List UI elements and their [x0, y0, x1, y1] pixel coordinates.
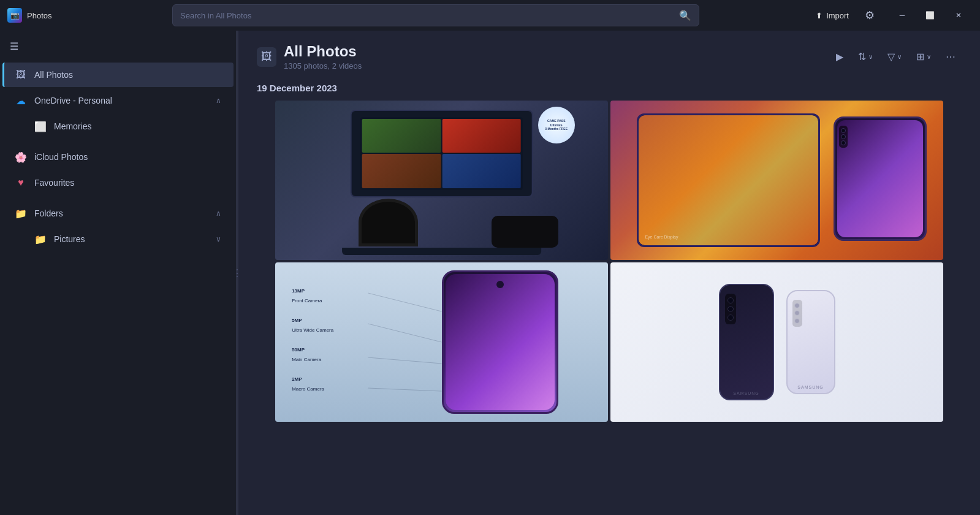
content-toolbar: ▶ ⇅ ∨ ▽ ∨ ⊞ ∨ ⋯ — [830, 47, 962, 66]
app-icon: 📷 — [7, 8, 22, 23]
filter-button[interactable]: ▽ ∨ — [881, 47, 908, 66]
main-layout: ☰ 🖼 All Photos ☁ OneDrive - Personal ∧ ⬜… — [0, 31, 980, 515]
content-area: 🖼 All Photos 1305 photos, 2 videos ▶ ⇅ ∨… — [238, 31, 980, 515]
photo-item-1[interactable]: GAME PASSUltimate3 Months FREE — [275, 101, 608, 260]
sidebar-item-label: Pictures — [54, 234, 85, 244]
close-button[interactable]: ✕ — [944, 6, 973, 25]
filter-icon: ▽ — [887, 51, 895, 63]
all-photos-icon: 🖼 — [15, 69, 27, 81]
view-button[interactable]: ⊞ ∨ — [910, 47, 937, 66]
sidebar-item-onedrive[interactable]: ☁ OneDrive - Personal ∧ — [2, 88, 234, 113]
hamburger-button[interactable]: ☰ — [0, 36, 236, 57]
import-icon: ⬆ — [816, 11, 822, 20]
maximize-button[interactable]: ⬜ — [916, 6, 944, 25]
pictures-icon: 📁 — [34, 233, 47, 245]
photo-count: 1305 photos, 2 videos — [284, 61, 362, 71]
content-title-area: 🖼 All Photos 1305 photos, 2 videos — [257, 43, 362, 71]
photo-placeholder-1: GAME PASSUltimate3 Months FREE — [275, 101, 608, 260]
import-button[interactable]: ⬆ Import — [808, 7, 856, 24]
svg-line-0 — [368, 293, 442, 311]
chevron-down-icon: ∨ — [216, 235, 221, 243]
svg-line-3 — [368, 388, 442, 391]
import-label: Import — [826, 11, 849, 20]
more-button[interactable]: ⋯ — [940, 47, 962, 66]
icloud-icon: 🌸 — [15, 151, 27, 163]
filter-chevron-icon: ∨ — [897, 53, 902, 60]
chevron-up-icon: ∧ — [216, 96, 221, 105]
sidebar-item-folders[interactable]: 📁 Folders ∧ — [2, 201, 234, 226]
sidebar-item-label: Favourites — [34, 178, 74, 188]
chevron-up-icon: ∧ — [216, 209, 221, 218]
section-divider-2 — [0, 196, 236, 200]
folders-icon: 📁 — [15, 207, 27, 219]
sidebar-item-favourites[interactable]: ♥ Favourites — [2, 170, 234, 195]
svg-line-2 — [368, 357, 442, 364]
photo-placeholder-3: 13MP Front Camera 5MP Ultra Wide Camera … — [275, 262, 608, 422]
section-divider-1 — [0, 139, 236, 144]
content-title-block: All Photos 1305 photos, 2 videos — [284, 43, 362, 71]
sidebar-item-memories[interactable]: ⬜ Memories — [2, 114, 234, 139]
app-identity: 📷 Photos — [7, 8, 118, 23]
photo-placeholder-4: SAMSUNG SAMSUNG — [610, 262, 943, 422]
memories-icon: ⬜ — [34, 120, 47, 132]
more-icon: ⋯ — [946, 51, 955, 63]
slideshow-icon: ▶ — [836, 51, 843, 63]
favorites-icon: ♥ — [15, 177, 27, 189]
minimize-button[interactable]: ─ — [888, 6, 916, 25]
photo-item-2[interactable]: Eye Care Display — [610, 101, 943, 260]
sidebar: ☰ 🖼 All Photos ☁ OneDrive - Personal ∧ ⬜… — [0, 31, 236, 515]
sidebar-item-all-photos[interactable]: 🖼 All Photos — [2, 63, 234, 87]
hamburger-icon: ☰ — [10, 40, 18, 52]
content-area-icon: 🖼 — [257, 47, 276, 67]
view-chevron-icon: ∨ — [927, 53, 931, 60]
sidebar-item-label: OneDrive - Personal — [34, 96, 112, 105]
sidebar-item-label: Folders — [34, 208, 63, 218]
sidebar-item-label: iCloud Photos — [34, 152, 88, 162]
sidebar-item-pictures[interactable]: 📁 Pictures ∨ — [2, 227, 234, 251]
sort-chevron-icon: ∨ — [868, 53, 873, 60]
photo-item-3[interactable]: 13MP Front Camera 5MP Ultra Wide Camera … — [275, 262, 608, 422]
slideshow-button[interactable]: ▶ — [830, 47, 849, 66]
sidebar-item-icloud[interactable]: 🌸 iCloud Photos — [2, 145, 234, 169]
sidebar-item-label: All Photos — [34, 70, 73, 80]
view-icon: ⊞ — [916, 51, 924, 63]
photo-grid: GAME PASSUltimate3 Months FREE Eye Care … — [257, 101, 962, 422]
app-title: Photos — [27, 11, 51, 20]
search-bar[interactable]: 🔍 — [172, 4, 699, 26]
sort-button[interactable]: ⇅ ∨ — [852, 47, 879, 66]
search-input[interactable] — [180, 11, 679, 20]
svg-line-1 — [368, 324, 442, 342]
sidebar-item-label: Memories — [54, 121, 91, 131]
settings-button[interactable]: ⚙ — [859, 5, 881, 26]
window-controls: ─ ⬜ ✕ — [888, 6, 973, 25]
page-title: All Photos — [284, 43, 362, 60]
photo-placeholder-2: Eye Care Display — [610, 101, 943, 260]
onedrive-icon: ☁ — [15, 94, 27, 107]
search-icon[interactable]: 🔍 — [679, 10, 691, 21]
titlebar: 📷 Photos 🔍 ⬆ Import ⚙ ─ ⬜ ✕ — [0, 0, 980, 31]
content-header: 🖼 All Photos 1305 photos, 2 videos ▶ ⇅ ∨… — [238, 31, 980, 75]
photo-item-4[interactable]: SAMSUNG SAMSUNG — [610, 262, 943, 422]
date-label: 19 December 2023 — [257, 83, 962, 93]
sort-icon: ⇅ — [858, 51, 866, 63]
titlebar-actions: ⬆ Import ⚙ ─ ⬜ ✕ — [808, 5, 973, 26]
date-section: 19 December 2023 — [238, 75, 980, 427]
